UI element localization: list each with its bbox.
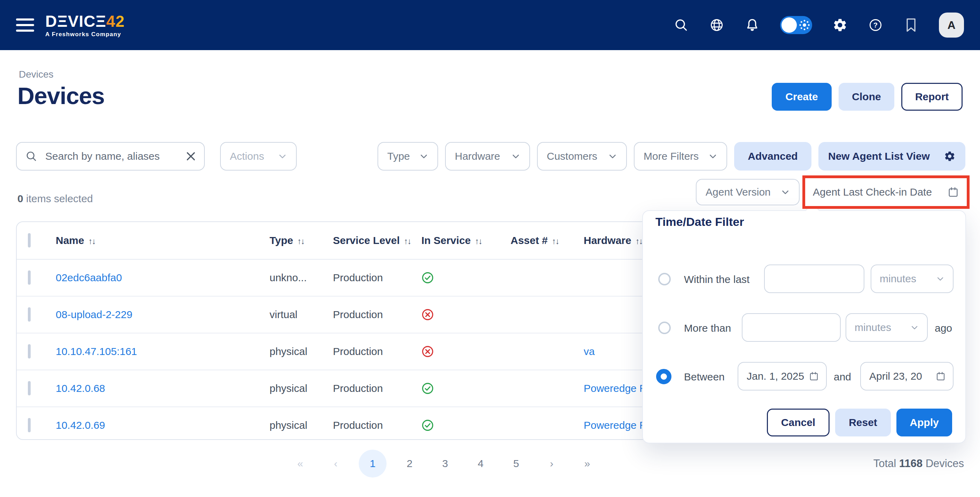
advanced-button[interactable]: Advanced: [734, 142, 811, 170]
agent-last-checkin-date-button-highlighted[interactable]: Agent Last Check-in Date: [802, 175, 970, 209]
agent-version-dropdown[interactable]: Agent Version: [696, 179, 800, 205]
more-than-value-input[interactable]: [742, 313, 841, 342]
time-date-filter-popup: Time/Date Filter Within the last minutes…: [642, 210, 966, 443]
search-input[interactable]: [44, 150, 180, 163]
col-type[interactable]: Type↑↓: [270, 235, 333, 246]
clone-button[interactable]: Clone: [838, 83, 894, 111]
hardware-filter-dropdown[interactable]: Hardware: [445, 142, 530, 170]
page-button-4[interactable]: 4: [468, 450, 493, 478]
ago-label: ago: [935, 322, 952, 334]
svg-text:?: ?: [873, 21, 878, 29]
row-checkbox[interactable]: [28, 418, 31, 432]
settings-gear-icon[interactable]: [832, 17, 848, 33]
more-than-radio[interactable]: [658, 322, 671, 334]
in-service-status-icon: [422, 308, 511, 321]
page-button-1[interactable]: 1: [359, 450, 387, 478]
calendar-icon: [935, 371, 946, 381]
pagination: « ‹ 1 2 3 4 5 › »: [288, 450, 600, 478]
sort-icon: ↑↓: [89, 236, 95, 246]
menu-icon[interactable]: [16, 19, 34, 32]
row-checkbox[interactable]: [28, 344, 31, 359]
in-service-status-icon: [422, 382, 511, 395]
select-all-checkbox[interactable]: [28, 233, 31, 248]
chevron-down-icon: [781, 187, 790, 197]
globe-icon[interactable]: [709, 17, 724, 33]
calendar-icon: [809, 371, 819, 381]
chevron-down-icon: [419, 152, 428, 161]
sort-icon: ↑↓: [552, 236, 559, 246]
device-name-link[interactable]: 10.42.0.69: [56, 419, 270, 431]
actions-dropdown[interactable]: Actions: [220, 142, 297, 170]
chevron-down-icon: [511, 152, 520, 161]
calendar-icon: [947, 186, 959, 198]
reset-button[interactable]: Reset: [835, 409, 891, 437]
theme-toggle[interactable]: [780, 16, 812, 34]
bookmark-icon[interactable]: [904, 17, 919, 33]
within-last-unit-select[interactable]: minutes: [871, 265, 953, 293]
chevron-down-icon: [608, 152, 617, 161]
first-page-button[interactable]: «: [288, 450, 313, 478]
report-button[interactable]: Report: [901, 83, 963, 111]
row-checkbox[interactable]: [28, 307, 31, 322]
row-checkbox[interactable]: [28, 270, 31, 285]
col-service-level[interactable]: Service Level↑↓: [333, 235, 422, 246]
prev-page-button[interactable]: ‹: [323, 450, 348, 478]
new-agent-list-view-button[interactable]: New Agent List View: [818, 142, 966, 170]
page-button-2[interactable]: 2: [397, 450, 422, 478]
within-last-radio[interactable]: [658, 273, 671, 286]
logo-subtitle: A Freshworks Company: [45, 31, 125, 37]
and-label: and: [834, 371, 851, 383]
clear-search-icon[interactable]: [186, 151, 196, 161]
popup-title: Time/Date Filter: [655, 215, 744, 229]
user-avatar[interactable]: A: [939, 13, 964, 38]
sort-icon: ↑↓: [404, 236, 411, 246]
items-selected-status: 0 items selected: [18, 193, 93, 205]
in-service-status-icon: [422, 272, 511, 284]
type-filter-dropdown[interactable]: Type: [377, 142, 438, 170]
device-name-link[interactable]: 02edc6aabfa0: [56, 272, 270, 284]
gear-icon: [944, 150, 956, 162]
between-label: Between: [684, 371, 725, 383]
top-navbar: DΞVICΞ42 A Freshworks Company: [0, 0, 980, 50]
in-service-status-icon: [422, 419, 511, 432]
col-name[interactable]: Name↑↓: [56, 235, 270, 246]
breadcrumb[interactable]: Devices: [19, 69, 54, 80]
last-page-button[interactable]: »: [574, 450, 600, 478]
device-name-link[interactable]: 10.42.0.68: [56, 383, 270, 394]
total-devices-count: Total 1168 Devices: [873, 457, 964, 470]
toggle-knob: [781, 17, 797, 33]
next-page-button[interactable]: ›: [539, 450, 564, 478]
within-last-label: Within the last: [684, 273, 749, 286]
device42-logo[interactable]: DΞVICΞ42 A Freshworks Company: [45, 13, 125, 37]
search-icon[interactable]: [673, 17, 689, 33]
page-actions: Create Clone Report: [772, 83, 963, 111]
notifications-bell-icon[interactable]: [745, 17, 760, 33]
device-name-link[interactable]: 10.10.47.105:161: [56, 346, 270, 357]
sun-icon: [799, 19, 810, 31]
date-from-input[interactable]: Jan. 1, 2025: [738, 362, 827, 391]
page-button-5[interactable]: 5: [504, 450, 529, 478]
page-button-3[interactable]: 3: [433, 450, 458, 478]
within-last-value-input[interactable]: [764, 265, 864, 293]
customers-filter-dropdown[interactable]: Customers: [537, 142, 627, 170]
in-service-status-icon: [422, 345, 511, 358]
device-name-link[interactable]: 08-upload-2-229: [56, 309, 270, 321]
row-checkbox[interactable]: [28, 381, 31, 395]
date-to-input[interactable]: April 23, 20: [860, 362, 953, 391]
more-than-unit-select[interactable]: minutes: [846, 313, 928, 342]
col-in-service[interactable]: In Service↑↓: [422, 235, 511, 246]
create-button[interactable]: Create: [772, 83, 832, 111]
col-asset[interactable]: Asset #↑↓: [511, 235, 584, 246]
help-icon[interactable]: ?: [868, 17, 883, 33]
sort-icon: ↑↓: [475, 236, 482, 246]
search-icon: [25, 150, 38, 162]
between-radio[interactable]: [656, 369, 671, 384]
apply-button[interactable]: Apply: [896, 409, 952, 437]
chevron-down-icon: [278, 152, 287, 161]
search-bar: [16, 142, 205, 170]
more-filters-dropdown[interactable]: More Filters: [634, 142, 727, 170]
more-than-label: More than: [684, 322, 731, 334]
cancel-button[interactable]: Cancel: [767, 409, 830, 437]
popup-buttons: Cancel Reset Apply: [643, 409, 952, 437]
sort-icon: ↑↓: [636, 236, 643, 246]
